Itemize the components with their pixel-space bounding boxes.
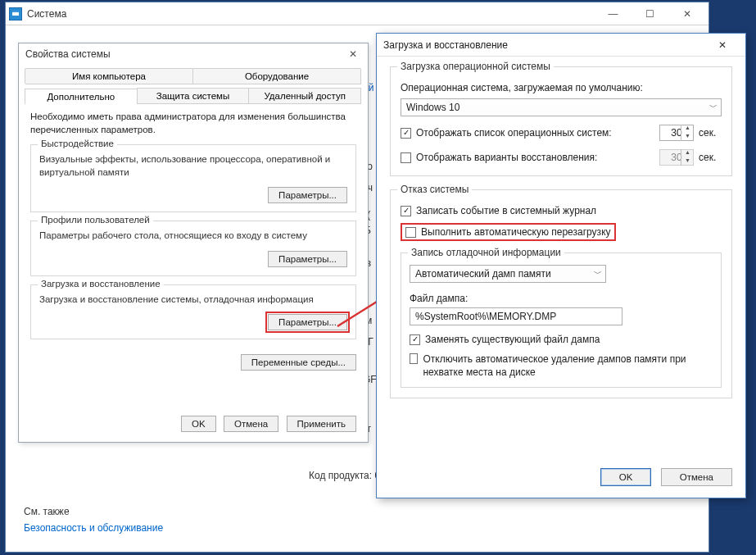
env-vars-button[interactable]: Переменные среды...: [241, 354, 356, 371]
write-event-label: Записать событие в системный журнал: [416, 205, 596, 216]
startup-recovery-group: Загрузка и восстановление Загрузка и вос…: [30, 284, 356, 340]
maximize-button[interactable]: ☐: [632, 5, 668, 23]
performance-settings-button[interactable]: Параметры...: [268, 187, 347, 203]
auto-restart-highlight: Выполнить автоматическую перезагрузку: [401, 223, 616, 241]
os-list-seconds-input[interactable]: 30 ▲▼: [659, 125, 694, 141]
security-maintenance-link[interactable]: Безопасность и обслуживание: [24, 522, 163, 534]
performance-legend: Быстродействие: [38, 139, 117, 148]
startup-settings-button[interactable]: Параметры...: [268, 314, 347, 330]
startup-desc: Загрузка и восстановление системы, отлад…: [39, 293, 347, 307]
dump-type-value: Автоматический дамп памяти: [415, 268, 551, 280]
system-failure-legend: Отказ системы: [397, 184, 472, 195]
profiles-legend: Профили пользователей: [38, 215, 153, 225]
see-also-section: См. также Безопасность и обслуживание: [24, 506, 163, 534]
startup-legend: Загрузка и восстановление: [38, 279, 164, 289]
profiles-desc: Параметры рабочего стола, относящиеся ко…: [39, 230, 347, 243]
system-titlebar: Система — ☐ ✕: [6, 2, 708, 25]
ok-button[interactable]: OK: [181, 416, 216, 432]
tab-computer-name[interactable]: Имя компьютера: [25, 68, 193, 84]
system-startup-legend: Загрузка операционной системы: [397, 61, 554, 72]
dump-file-input[interactable]: %SystemRoot%\MEMORY.DMP: [410, 307, 622, 325]
seconds-label: сек.: [699, 127, 722, 139]
disable-autodelete-checkbox[interactable]: [410, 353, 418, 364]
system-failure-group: Отказ системы Записать событие в системн…: [390, 189, 732, 398]
chevron-down-icon: ﹀: [594, 268, 602, 280]
write-event-checkbox[interactable]: [401, 206, 411, 216]
tab-advanced[interactable]: Дополнительно: [25, 89, 138, 104]
show-recovery-checkbox[interactable]: [401, 152, 411, 163]
spinner-icon[interactable]: ▲▼: [681, 125, 694, 141]
admin-note: Необходимо иметь права администратора дл…: [30, 111, 356, 136]
tab-hardware[interactable]: Оборудование: [192, 68, 361, 84]
performance-group: Быстродействие Визуальные эффекты, испол…: [30, 144, 356, 212]
performance-desc: Визуальные эффекты, использование процес…: [39, 153, 347, 179]
dump-type-select[interactable]: Автоматический дамп памяти ﹀: [410, 265, 606, 283]
startup-dialog-title: Загрузка и восстановление: [383, 39, 706, 51]
ok-button[interactable]: OK: [600, 468, 652, 486]
cancel-button[interactable]: Отмена: [661, 468, 732, 486]
svg-rect-1: [12, 11, 19, 12]
overwrite-dump-label: Заменять существующий файл дампа: [425, 334, 600, 345]
overwrite-dump-checkbox[interactable]: [410, 334, 420, 345]
show-recovery-label: Отображать варианты восстановления:: [416, 152, 654, 163]
debug-info-group: Запись отладочной информации Автоматичес…: [401, 252, 722, 388]
profiles-group: Профили пользователей Параметры рабочего…: [30, 221, 356, 276]
system-startup-group: Загрузка операционной системы Операционн…: [390, 66, 732, 176]
recovery-seconds-input: 30 ▲▼: [659, 149, 694, 166]
cancel-button[interactable]: Отмена: [224, 416, 278, 432]
chevron-down-icon: ﹀: [709, 102, 718, 113]
startup-recovery-dialog: Загрузка и восстановление ✕ Загрузка опе…: [376, 33, 746, 498]
apply-button[interactable]: Применить: [287, 416, 356, 432]
show-os-list-checkbox[interactable]: [401, 128, 411, 139]
debug-info-legend: Запись отладочной информации: [408, 247, 564, 258]
auto-restart-label: Выполнить автоматическую перезагрузку: [421, 226, 611, 238]
default-os-select[interactable]: Windows 10 ﹀: [401, 98, 722, 116]
seconds-label: сек.: [699, 152, 722, 163]
close-button[interactable]: ✕: [668, 5, 705, 23]
close-icon[interactable]: ✕: [345, 48, 361, 60]
system-icon: [9, 7, 22, 20]
profiles-settings-button[interactable]: Параметры...: [268, 251, 347, 267]
spinner-icon: ▲▼: [681, 149, 694, 166]
tab-remote[interactable]: Удаленный доступ: [248, 88, 361, 103]
auto-restart-checkbox[interactable]: [405, 227, 416, 238]
show-os-list-label: Отображать список операционных систем:: [416, 127, 654, 139]
system-title: Система: [27, 8, 595, 20]
disable-autodelete-label: Отключить автоматическое удаление дампов…: [423, 353, 713, 379]
system-properties-dialog: Свойства системы ✕ Имя компьютера Оборуд…: [18, 43, 369, 443]
default-os-value: Windows 10: [406, 102, 459, 113]
dump-file-label: Файл дампа:: [410, 293, 713, 304]
tab-system-protection[interactable]: Защита системы: [137, 88, 250, 103]
see-also-label: См. также: [24, 506, 70, 517]
props-title: Свойства системы: [25, 48, 345, 60]
default-os-label: Операционная система, загружаемая по умо…: [401, 82, 722, 93]
close-icon[interactable]: ✕: [706, 35, 739, 55]
minimize-button[interactable]: —: [595, 5, 632, 23]
